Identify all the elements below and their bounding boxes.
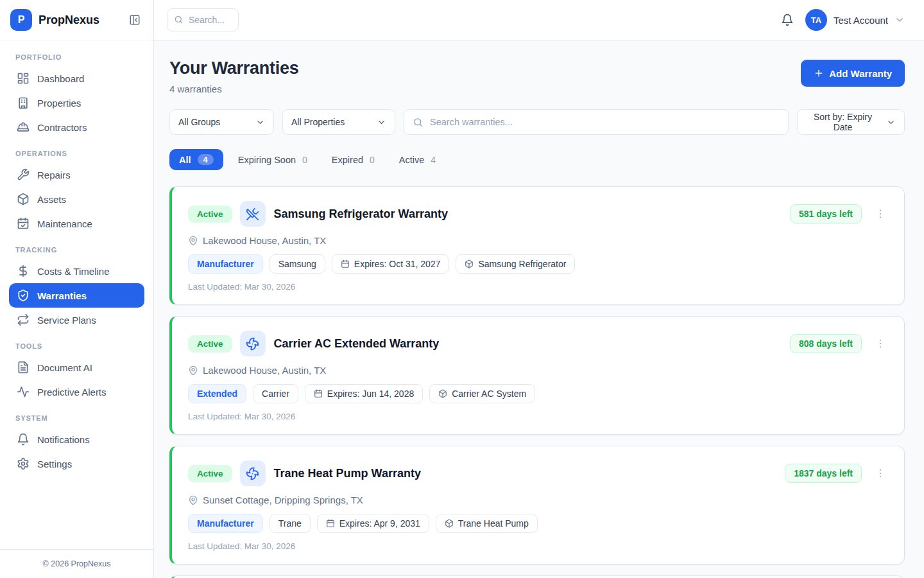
- dollar-icon: [17, 265, 30, 277]
- warranty-title: Trane Heat Pump Warranty: [274, 467, 421, 480]
- page-subtitle: 4 warranties: [169, 83, 299, 94]
- brand-logo: P: [10, 9, 32, 31]
- status-tabs: All 4 Expiring Soon 0 Expired 0 Active 4: [169, 149, 905, 170]
- card-menu-button[interactable]: [873, 337, 887, 351]
- warranty-brand-tag: Carrier: [253, 384, 298, 403]
- global-search: [167, 8, 239, 31]
- sidebar-item-label: Warranties: [37, 290, 87, 301]
- group-filter-select[interactable]: All Groups: [169, 109, 274, 135]
- tab-count: 4: [431, 155, 436, 165]
- bell-icon: [781, 13, 794, 26]
- sidebar-collapse-button[interactable]: [126, 12, 143, 28]
- sidebar-item-label: Repairs: [37, 170, 71, 180]
- warranty-card[interactable]: Active Samsung Refrigerator Warranty 581…: [169, 186, 905, 305]
- sidebar-item-notifications[interactable]: Notifications: [9, 427, 144, 451]
- chevron-down-icon: [255, 118, 265, 127]
- plus-icon: [814, 68, 824, 78]
- sidebar-item-label: Dashboard: [37, 73, 84, 84]
- sidebar-item-warranties[interactable]: Warranties: [9, 283, 144, 308]
- tab-all[interactable]: All 4: [169, 149, 223, 170]
- warranty-card[interactable]: Active Carrier AC Extended Warranty 808 …: [169, 316, 905, 435]
- add-warranty-button[interactable]: Add Warranty: [801, 60, 905, 87]
- notifications-button[interactable]: [778, 11, 796, 29]
- sidebar-item-label: Contractors: [37, 122, 87, 133]
- page-header: Your Warranties 4 warranties Add Warrant…: [169, 58, 905, 94]
- warranty-product-tag: Trane Heat Pump: [436, 514, 538, 533]
- sidebar-section-label: SYSTEM: [15, 414, 138, 422]
- sidebar-item-contractors[interactable]: Contractors: [9, 115, 144, 139]
- topbar: TA Test Account: [154, 0, 924, 40]
- warranty-search: [404, 109, 789, 135]
- sidebar-item-assets[interactable]: Assets: [9, 187, 144, 211]
- building-icon: [17, 96, 30, 109]
- tab-label: All: [179, 155, 191, 165]
- sidebar-item-costs-timeline[interactable]: Costs & Timeline: [9, 259, 144, 283]
- map-pin-icon: [188, 365, 198, 376]
- wrench-icon: [17, 168, 30, 181]
- fan-icon: [240, 460, 266, 486]
- chevron-down-icon: [886, 118, 896, 127]
- warranty-updated: Last Updated: Mar 30, 2026: [188, 282, 887, 292]
- sidebar-section-label: PORTFOLIO: [15, 53, 138, 61]
- status-badge: Active: [188, 206, 232, 223]
- chevron-down-icon: [894, 15, 905, 25]
- bell-icon: [17, 433, 30, 446]
- sidebar-section-label: TOOLS: [15, 342, 138, 350]
- shield-check-icon: [17, 289, 30, 302]
- brand-name: PropNexus: [38, 13, 120, 27]
- card-menu-button[interactable]: [873, 207, 887, 221]
- package-icon: [17, 193, 30, 206]
- settings-icon: [17, 457, 30, 470]
- chevron-down-icon: [377, 118, 386, 127]
- repeat-icon: [17, 313, 30, 326]
- sidebar-item-dashboard[interactable]: Dashboard: [9, 66, 144, 91]
- warranty-card[interactable]: Active Trane Heat Pump Warranty 1837 day…: [169, 446, 905, 565]
- sidebar-item-properties[interactable]: Properties: [9, 91, 144, 115]
- warranty-search-input[interactable]: [404, 109, 789, 135]
- warranty-card[interactable]: Active Bradford White Manufacturer Warra…: [169, 575, 905, 578]
- warranty-updated: Last Updated: Mar 30, 2026: [188, 412, 887, 421]
- sidebar-section-label: TRACKING: [15, 246, 138, 254]
- warranty-type-tag: Extended: [188, 384, 246, 403]
- card-menu-button[interactable]: [873, 466, 887, 480]
- warranty-product-tag: Samsung Refrigerator: [456, 254, 575, 274]
- warranty-brand-tag: Trane: [270, 514, 311, 533]
- tab-count: 0: [302, 155, 307, 165]
- warranty-location: Lakewood House, Austin, TX: [203, 365, 326, 376]
- sidebar-item-label: Maintenance: [37, 218, 92, 229]
- sidebar-item-label: Notifications: [37, 434, 90, 445]
- account-name: Test Account: [834, 15, 888, 26]
- sidebar-item-label: Service Plans: [37, 315, 96, 326]
- calendar-icon: [341, 259, 350, 268]
- sidebar-item-settings[interactable]: Settings: [9, 451, 144, 476]
- add-warranty-label: Add Warranty: [829, 68, 892, 79]
- sidebar-nav: PORTFOLIODashboardPropertiesContractorsO…: [0, 40, 153, 549]
- days-left-badge: 1837 days left: [785, 464, 862, 483]
- dashboard-icon: [17, 72, 30, 85]
- kebab-menu-icon: [875, 468, 886, 479]
- warranty-product-tag: Carrier AC System: [429, 384, 535, 403]
- sidebar-item-repairs[interactable]: Repairs: [9, 162, 144, 187]
- sidebar-item-maintenance[interactable]: Maintenance: [9, 211, 144, 236]
- warranty-expires-tag: Expires: Oct 31, 2027: [332, 254, 450, 274]
- sort-select[interactable]: Sort by: Expiry Date: [797, 109, 905, 135]
- sidebar-item-document-ai[interactable]: Document AI: [9, 355, 144, 380]
- property-filter-select[interactable]: All Properties: [282, 109, 395, 135]
- utensils-crossed-icon: [240, 201, 266, 227]
- warranty-brand-tag: Samsung: [270, 254, 325, 274]
- status-badge: Active: [188, 335, 232, 353]
- file-text-icon: [17, 361, 30, 374]
- account-menu[interactable]: TA Test Account: [805, 9, 905, 31]
- main-area: TA Test Account Your Warranties 4 warran…: [154, 0, 924, 578]
- sidebar-item-service-plans[interactable]: Service Plans: [9, 308, 144, 332]
- content: Your Warranties 4 warranties Add Warrant…: [154, 40, 924, 578]
- tab-expiring-soon[interactable]: Expiring Soon 0: [228, 150, 317, 170]
- package-icon: [465, 259, 474, 268]
- tab-active[interactable]: Active 4: [389, 150, 445, 170]
- sidebar-item-predictive-alerts[interactable]: Predictive Alerts: [9, 380, 144, 404]
- property-filter-value: All Properties: [291, 117, 345, 127]
- days-left-badge: 808 days left: [790, 334, 862, 353]
- hard-hat-icon: [17, 121, 30, 134]
- tab-expired[interactable]: Expired 0: [322, 150, 384, 170]
- sidebar-item-label: Predictive Alerts: [37, 387, 107, 398]
